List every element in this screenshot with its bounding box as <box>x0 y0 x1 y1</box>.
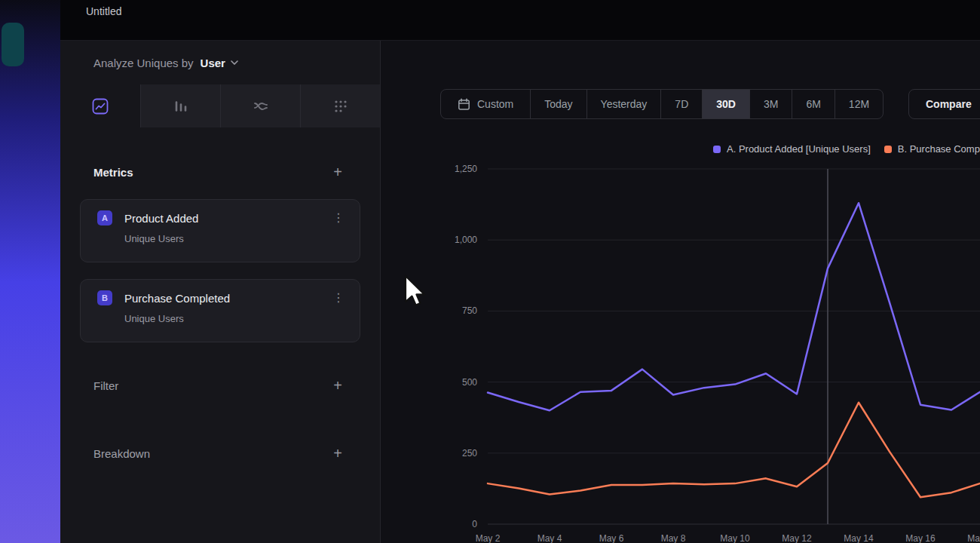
metric-badge-a: A <box>97 210 112 225</box>
metric-aggregation[interactable]: Unique Users <box>124 313 348 324</box>
metrics-label: Metrics <box>93 166 133 179</box>
range-30d[interactable]: 30D <box>702 90 749 118</box>
tab-insights[interactable] <box>60 84 140 127</box>
range-6m[interactable]: 6M <box>792 90 834 118</box>
svg-text:May 2: May 2 <box>476 533 501 543</box>
svg-text:1,250: 1,250 <box>455 164 477 174</box>
compare-label: Compare <box>926 98 972 110</box>
svg-text:750: 750 <box>462 305 477 316</box>
report-type-tabs <box>60 84 380 127</box>
date-range-toolbar: Custom Today Yesterday 7D 30D 3M 6M 12M <box>440 89 884 119</box>
add-breakdown-button[interactable]: + <box>333 446 342 461</box>
legend-label-b: B. Purchase Completed [Unique Users] <box>898 143 980 155</box>
range-3m[interactable]: 3M <box>749 90 792 118</box>
retention-icon <box>332 98 349 115</box>
range-today[interactable]: Today <box>530 90 586 118</box>
date-range-group: Custom Today Yesterday 7D 30D 3M 6M 12M <box>440 89 884 119</box>
calendar-icon <box>458 98 470 111</box>
metric-title: Purchase Completed <box>124 292 230 305</box>
chart-panel: Custom Today Yesterday 7D 30D 3M 6M 12M … <box>381 41 980 543</box>
legend-label-a: A. Product Added [Unique Users] <box>727 143 871 155</box>
custom-date-label: Custom <box>477 98 513 110</box>
metric-card-header: A Product Added ⋮ <box>97 210 348 225</box>
analytics-app: Untitled Analyze Uniques by User <box>0 0 980 543</box>
compare-button[interactable]: Compare <box>908 89 980 119</box>
tab-flows[interactable] <box>220 84 300 127</box>
metric-title: Product Added <box>124 212 198 225</box>
range-yesterday[interactable]: Yesterday <box>586 90 661 118</box>
filter-label: Filter <box>93 379 118 392</box>
range-12m[interactable]: 12M <box>835 90 883 118</box>
topbar: Untitled <box>60 0 980 41</box>
metrics-section-header: Metrics + <box>60 161 380 183</box>
metric-badge-b: B <box>97 290 112 305</box>
legend-item-b[interactable]: B. Purchase Completed [Unique Users] <box>884 143 980 155</box>
svg-text:May 18: May 18 <box>967 533 980 543</box>
analyze-label: Analyze Uniques by <box>93 57 194 69</box>
legend-swatch-orange <box>884 146 892 153</box>
insights-icon <box>92 98 109 115</box>
metric-card-product-added[interactable]: A Product Added ⋮ Unique Users <box>80 199 360 262</box>
svg-text:May 14: May 14 <box>844 533 874 543</box>
svg-text:May 10: May 10 <box>720 533 750 543</box>
query-sidebar: Analyze Uniques by User <box>60 41 381 543</box>
chart-legend: A. Product Added [Unique Users] B. Purch… <box>713 143 980 155</box>
svg-text:May 12: May 12 <box>782 533 812 543</box>
flows-icon <box>253 98 269 115</box>
svg-text:May 6: May 6 <box>599 533 624 543</box>
tab-retention[interactable] <box>300 84 380 127</box>
legend-item-a[interactable]: A. Product Added [Unique Users] <box>713 143 871 155</box>
svg-text:May 16: May 16 <box>905 533 936 543</box>
custom-date-button[interactable]: Custom <box>441 90 530 118</box>
inactive-tabs <box>140 84 380 127</box>
svg-text:1,000: 1,000 <box>455 235 477 245</box>
metric-aggregation[interactable]: Unique Users <box>124 233 348 244</box>
metric-card-purchase-completed[interactable]: B Purchase Completed ⋮ Unique Users <box>80 279 360 342</box>
analyze-row: Analyze Uniques by User <box>60 41 380 84</box>
app-logo[interactable] <box>2 23 24 66</box>
metric-options-kebab-icon[interactable]: ⋮ <box>329 210 348 225</box>
analyze-user-dropdown[interactable]: User <box>201 57 238 69</box>
svg-text:May 8: May 8 <box>661 533 686 543</box>
funnels-icon <box>173 98 189 115</box>
svg-text:500: 500 <box>462 377 477 388</box>
svg-text:May 4: May 4 <box>537 533 562 543</box>
breakdown-section-header: Breakdown + <box>60 442 380 465</box>
tab-funnels[interactable] <box>140 84 220 127</box>
breakdown-label: Breakdown <box>93 447 150 460</box>
metric-options-kebab-icon[interactable]: ⋮ <box>329 290 348 305</box>
chevron-down-icon <box>231 60 238 65</box>
metric-card-header: B Purchase Completed ⋮ <box>97 290 348 305</box>
range-7d[interactable]: 7D <box>660 90 702 118</box>
add-metric-button[interactable]: + <box>333 164 342 179</box>
left-gradient-strip <box>0 0 60 543</box>
add-filter-button[interactable]: + <box>333 378 342 393</box>
legend-swatch-purple <box>713 146 721 153</box>
analyze-user-value: User <box>201 57 225 69</box>
report-title[interactable]: Untitled <box>86 5 121 17</box>
line-chart[interactable]: 02505007501,0001,250May 2May 4May 6May 8… <box>381 161 980 543</box>
svg-text:250: 250 <box>462 448 477 459</box>
svg-text:0: 0 <box>472 519 477 529</box>
filter-section-header: Filter + <box>60 374 380 397</box>
